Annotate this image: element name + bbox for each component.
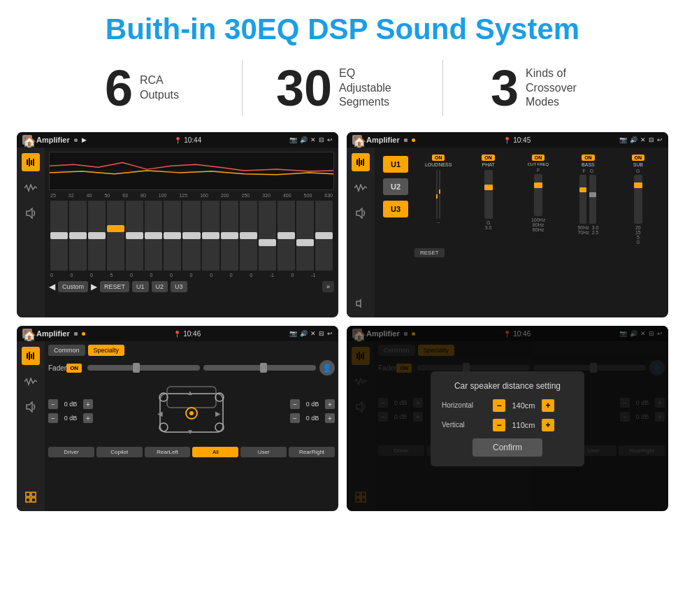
minimize-icon-1[interactable]: ⊟ [319,136,324,143]
horizontal-plus-btn[interactable]: + [542,399,554,412]
minus-btn-4[interactable]: − [290,413,300,423]
tab-specialty-3[interactable]: Specialty [88,345,125,356]
phat-on[interactable]: ON [482,155,495,161]
crossover-main: U1 U2 U3 ON LOUDNESS [375,148,668,317]
dot-orange-3 [82,332,85,336]
speaker-icon-2[interactable] [352,205,369,222]
rearright-btn-3[interactable]: RearRight [289,447,335,457]
u1-btn[interactable]: U1 [383,156,408,173]
svg-rect-15 [31,354,32,359]
camera-icon-2: 📷 [619,136,627,143]
stat-label-crossover: Kinds of Crossover Modes [526,66,596,110]
driver-btn-3[interactable]: Driver [48,447,94,457]
bass-on[interactable]: ON [582,155,595,161]
dot-sq-3 [74,332,78,336]
vertical-row: Vertical − 110cm + [442,419,573,431]
eq-icon-2[interactable] [352,153,370,171]
screen-fader: 🏠 Amplifier 📍 10:46 📷 🔊 ✕ ⊟ ↩ [17,326,338,511]
eq-preset-label: Custom [58,281,88,292]
horizontal-value: 140cm [510,401,538,410]
minimize-icon-2[interactable]: ⊟ [649,136,654,143]
home-icon-3[interactable]: 🏠 [22,329,32,338]
eq-icon-1[interactable] [22,153,40,171]
main-title: Buith-in 30EQ DSP Sound System [0,0,685,53]
person-icon-3[interactable]: 👤 [319,360,335,375]
play-icon[interactable]: ▶ [82,136,87,143]
all-btn-3[interactable]: All [192,447,238,457]
sidebar-2 [347,148,375,317]
home-icon-2[interactable]: 🏠 [352,135,362,145]
rearleft-btn-3[interactable]: RearLeft [145,447,191,457]
screen-distance: 🏠 Amplifier 📍 10:46 📷 🔊 ✕ ⊟ ↩ [347,326,668,511]
cutfreq-on[interactable]: ON [532,155,545,161]
svg-rect-8 [359,158,360,166]
eq-expand-btn[interactable]: » [322,281,334,292]
loudness-on[interactable]: ON [432,155,445,161]
plus-btn-4[interactable]: + [325,413,335,423]
svg-rect-10 [363,159,364,166]
speaker-icon-3[interactable] [22,399,39,415]
sub-on[interactable]: ON [632,155,645,161]
eq-next-btn[interactable]: ▶ [91,282,97,292]
eq-u2-btn[interactable]: U2 [152,281,168,292]
copilot-btn-3[interactable]: Copilot [96,447,143,457]
fader-header-row: Fader ON 👤 [48,360,335,375]
vertical-minus-btn[interactable]: − [493,419,505,431]
wave-icon-1[interactable] [22,180,39,196]
user-btn-3[interactable]: User [240,447,287,457]
eq-sliders-container[interactable] [49,201,334,271]
back-icon-2[interactable]: ↩ [657,136,663,143]
minimize-icon-3[interactable]: ⊟ [319,330,324,337]
camera-icon-1: 📷 [289,136,297,143]
plus-btn-3[interactable]: + [325,399,335,409]
eq-u3-btn[interactable]: U3 [171,281,187,292]
horizontal-minus-btn[interactable]: − [493,399,505,412]
wave-icon-3[interactable] [22,373,39,390]
minus-btn-2[interactable]: − [48,413,58,423]
cutfreq-label: CUT FREQ [528,162,549,166]
close-icon-2[interactable]: ✕ [640,136,646,143]
svg-point-25 [189,411,194,415]
plus-btn-2[interactable]: + [83,413,93,423]
u3-btn[interactable]: U3 [383,201,408,217]
close-icon-3[interactable]: ✕ [310,330,316,337]
vol-down-icon-2[interactable] [352,295,369,312]
stat-label-eq: EQ Adjustable Segments [339,66,409,110]
close-icon-1[interactable]: ✕ [310,136,316,143]
eq-icon-3[interactable] [22,347,40,365]
crossover-reset-btn[interactable]: RESET [414,248,445,257]
vertical-plus-btn[interactable]: + [542,419,554,431]
svg-rect-0 [27,159,28,165]
u2-btn[interactable]: U2 [383,178,408,195]
vol-icon-2: 🔊 [630,136,637,143]
back-icon-1[interactable]: ↩ [327,136,333,143]
confirm-button[interactable]: Confirm [473,438,542,457]
svg-text:◀: ◀ [157,410,163,417]
home-icon-1[interactable]: 🏠 [22,135,32,145]
minus-btn-1[interactable]: − [48,399,58,409]
time-3: 10:46 [183,330,201,338]
fader-track-2[interactable] [203,365,316,371]
fader-on-badge[interactable]: ON [66,364,82,373]
stat-number-crossover: 3 [491,63,519,113]
minus-btn-3[interactable]: − [290,399,300,409]
tab-common-3[interactable]: Common [48,345,85,356]
fader-track-1[interactable] [87,365,200,371]
eq-prev-btn[interactable]: ◀ [49,282,55,292]
stat-rca: 6 RCA Outputs [42,63,242,113]
back-icon-3[interactable]: ↩ [327,330,333,337]
svg-rect-13 [27,353,28,359]
eq-u1-btn[interactable]: U1 [132,281,149,292]
status-bar-2: 🏠 Amplifier 📍 10:45 📷 🔊 ✕ ⊟ ↩ [347,132,668,148]
stat-number-rca: 6 [105,63,133,113]
distance-dialog: Car speaker distance setting Horizontal … [431,371,584,466]
stat-number-eq: 30 [276,63,332,113]
ctrl-bass: ON BASS FG 90Hz3.0 [564,155,612,235]
eq-reset-btn[interactable]: RESET [100,281,129,292]
plus-btn-1[interactable]: + [83,399,93,409]
sidebar-3 [17,341,45,511]
layout-icon-3[interactable] [22,489,39,506]
speaker-icon-1[interactable] [22,205,39,222]
wave-icon-2[interactable] [352,180,369,196]
svg-marker-4 [27,208,32,218]
